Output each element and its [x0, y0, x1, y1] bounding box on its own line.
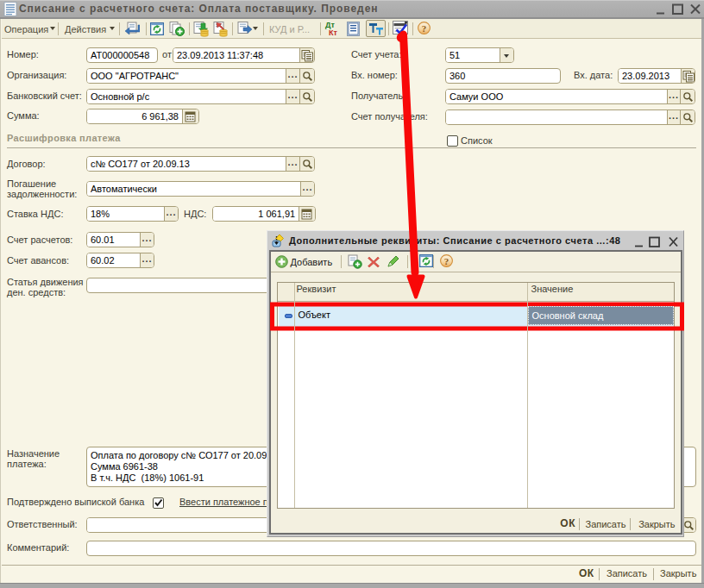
- svg-text:?: ?: [443, 256, 449, 266]
- svg-text:?: ?: [422, 23, 427, 34]
